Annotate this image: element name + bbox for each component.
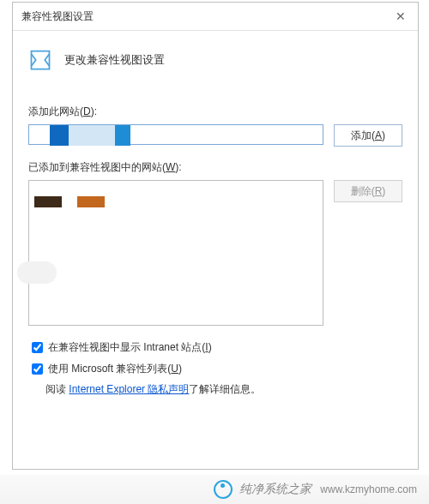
compat-icon — [28, 48, 52, 72]
dialog-body: 更改兼容性视图设置 添加此网站(D): 添加(A) 已添加到兼容性视图中的网站(… — [13, 31, 418, 397]
watermark: 纯净系统之家 www.kzmyhome.com — [0, 475, 429, 504]
add-website-label: 添加此网站(D): — [28, 105, 402, 119]
ms-compat-checkbox[interactable] — [32, 363, 43, 375]
compat-view-dialog: 兼容性视图设置 ✕ 更改兼容性视图设置 添加此网站(D): 添加(A) 已添加到… — [12, 2, 419, 470]
intranet-checkbox[interactable] — [32, 342, 43, 353]
dialog-header-text: 更改兼容性视图设置 — [64, 52, 165, 68]
added-websites-label: 已添加到兼容性视图中的网站(W): — [28, 160, 402, 175]
intranet-checkbox-row[interactable]: 在兼容性视图中显示 Intranet 站点(I) — [28, 339, 402, 356]
added-websites-listbox[interactable] — [28, 180, 323, 326]
redaction-overlay — [27, 123, 156, 147]
redaction-overlay — [34, 196, 105, 210]
ms-compat-checkbox-label: 使用 Microsoft 兼容性列表(U) — [48, 362, 182, 376]
watermark-text: 纯净系统之家 — [239, 482, 311, 497]
redaction-overlay — [17, 261, 57, 284]
added-websites-row: 删除(R) — [28, 180, 402, 339]
close-icon[interactable]: ✕ — [392, 9, 409, 23]
titlebar: 兼容性视图设置 ✕ — [13, 3, 418, 31]
intranet-checkbox-label: 在兼容性视图中显示 Intranet 站点(I) — [48, 340, 212, 355]
privacy-link[interactable]: Internet Explorer 隐私声明 — [69, 383, 189, 395]
ms-compat-checkbox-row[interactable]: 使用 Microsoft 兼容性列表(U) — [28, 361, 402, 377]
privacy-read-line: 阅读 Internet Explorer 隐私声明了解详细信息。 — [45, 382, 402, 397]
add-button[interactable]: 添加(A) — [334, 124, 402, 147]
watermark-logo-icon — [214, 480, 233, 499]
add-website-input[interactable] — [28, 124, 323, 145]
add-website-row: 添加(A) — [28, 124, 402, 147]
dialog-header: 更改兼容性视图设置 — [28, 48, 402, 72]
remove-button: 删除(R) — [334, 180, 402, 202]
watermark-url: www.kzmyhome.com — [320, 483, 417, 495]
dialog-title: 兼容性视图设置 — [21, 9, 392, 24]
